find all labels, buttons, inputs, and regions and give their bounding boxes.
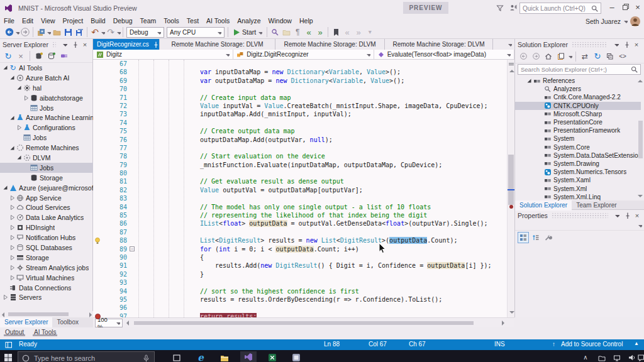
server-tree-item-dlvm[interactable]: DLVM: [0, 153, 93, 163]
collapse-icon[interactable]: [16, 154, 23, 161]
scroll-right-icon[interactable]: [87, 312, 93, 317]
server-explorer-hscrollbar[interactable]: [0, 311, 93, 317]
taskbar-edge-icon[interactable]: e: [192, 351, 209, 362]
menu-window[interactable]: Window: [265, 16, 296, 26]
expand-icon[interactable]: [9, 254, 16, 261]
scrollbar-thumb[interactable]: [638, 121, 643, 158]
tab-back-button[interactable]: «: [341, 26, 353, 38]
start-debug-button[interactable]: Start: [230, 26, 265, 38]
undo-button[interactable]: ↶: [89, 26, 101, 38]
code-line-86[interactable]: 86IList<float> outputData = outputVal.Ge…: [93, 219, 507, 228]
code-line-76[interactable]: 76outputDataMap.Add(outputVar, null);: [93, 136, 507, 144]
collapse-icon[interactable]: [2, 184, 9, 191]
server-tree-item-aibatchstorage[interactable]: aibatchstorage: [0, 93, 93, 103]
code-line-82[interactable]: 82Value outputVal = outputDataMap[output…: [93, 186, 507, 194]
editor-tab-remote-machine-storage-dlvm-3[interactable]: Remote Machine Storage: DLVM: [385, 39, 493, 50]
server-tree-item-app-service[interactable]: App Service: [0, 193, 93, 203]
show-all-files-button[interactable]: [555, 51, 567, 62]
solution-tree-item-system-xaml[interactable]: System.Xaml: [515, 176, 641, 184]
restore-button[interactable]: [619, 0, 633, 14]
code-line-71[interactable]: 71// Create input data map: [93, 94, 507, 102]
pin-white-icon[interactable]: [152, 41, 158, 48]
debug-configuration-select[interactable]: Debug: [126, 27, 164, 38]
code-line-79[interactable]: 79_mnistFunction.Evaluate(inputDataMap, …: [93, 161, 507, 169]
solution-tree-item-presentationframework[interactable]: PresentationFramework: [515, 126, 641, 134]
solution-tree-item-analyzers[interactable]: Analyzers: [515, 85, 641, 93]
pane-tab-team-explorer[interactable]: Team Explorer: [572, 200, 621, 211]
code-line-89[interactable]: 89–for (int i = 0; i < outputData.Count;…: [93, 245, 507, 253]
misc-button[interactable]: ▾: [364, 26, 375, 38]
code-line-87[interactable]: 87: [93, 228, 507, 236]
expand-icon[interactable]: [9, 234, 16, 241]
code-line-74[interactable]: 74: [93, 119, 507, 127]
code-line-72[interactable]: 72Value inputVal = Value.CreateBatch(_mn…: [93, 102, 507, 110]
close-button[interactable]: ×: [631, 0, 644, 14]
server-tree-item-azure-machine-learning[interactable]: Azure Machine Learning: [0, 112, 93, 123]
solution-tree-item-system-drawing[interactable]: System.Drawing: [515, 160, 641, 168]
delete-button[interactable]: ×: [15, 50, 26, 62]
taskbar-task-view-icon[interactable]: [169, 351, 185, 362]
close-icon[interactable]: ×: [631, 40, 641, 49]
code-line-95[interactable]: 95results = results.OrderByDescending(r …: [93, 295, 507, 304]
pane-tab-toolbox[interactable]: Toolbox: [52, 317, 82, 327]
scroll-left-icon[interactable]: [0, 312, 6, 317]
microphone-icon[interactable]: [142, 354, 150, 362]
menu-analyze[interactable]: Analyze: [233, 16, 264, 26]
tray-tray-folder[interactable]: [595, 351, 609, 362]
pane-grip[interactable]: [52, 42, 56, 47]
scroll-up-icon[interactable]: [637, 78, 643, 84]
bookmark-button[interactable]: [330, 26, 341, 38]
server-tree-item-azure-batch-ai[interactable]: Azure Batch AI: [0, 73, 93, 83]
solution-tree-item-system-numerics-tensors[interactable]: System.Numerics.Tensors: [515, 168, 641, 176]
collapse-icon[interactable]: [9, 74, 16, 81]
code-line-70[interactable]: 70: [93, 85, 507, 93]
scrollbar-thumb[interactable]: [8, 312, 69, 316]
property-pages-button[interactable]: [543, 232, 554, 243]
menu-build[interactable]: Build: [87, 16, 109, 26]
code-editor[interactable]: 6768var inputDataMap = new Dictionary<Va…: [93, 60, 507, 317]
solution-tree-item-cntk-cpuonly[interactable]: CNTK.CPUOnly: [515, 102, 641, 110]
solution-tree-item-cntk-core-managed-2-2[interactable]: Cntk.Core.Managed-2.2: [515, 93, 641, 101]
tray-tray-chevron[interactable]: ∧: [579, 351, 592, 362]
solution-tree-item-system[interactable]: System: [515, 134, 641, 143]
expand-icon[interactable]: [9, 244, 16, 251]
home-button[interactable]: [543, 51, 554, 62]
se-forward-button[interactable]: [530, 51, 541, 62]
server-tree-item-servers[interactable]: Servers: [0, 292, 93, 302]
server-tree-item-stream-analytics-jobs[interactable]: Stream Analytics jobs: [0, 263, 93, 273]
menu-view[interactable]: View: [37, 16, 59, 26]
collapse-icon[interactable]: [9, 145, 16, 151]
editor-tab-remote-machine-storage-dlvm[interactable]: Remote Machine Storage: DLVM: [160, 39, 275, 50]
scroll-right-icon[interactable]: [500, 320, 506, 326]
server-tree-item-data-lake-analytics[interactable]: Data Lake Analytics: [0, 212, 93, 222]
server-tree-item-notification-hubs[interactable]: Notification Hubs: [0, 233, 93, 243]
menu-tools[interactable]: Tools: [160, 16, 183, 26]
expand-icon[interactable]: [16, 124, 23, 131]
solution-search-input[interactable]: Search Solution Explorer (Ctrl+;): [518, 64, 641, 75]
editor-tab-remote-machine-storage-dlvm-2[interactable]: Remote Machine Storage: DLVM: [275, 39, 385, 50]
pin-icon[interactable]: [622, 211, 632, 220]
editor-tab-digitrecognizer-cs[interactable]: DigitRecognizer.cs×: [93, 39, 160, 50]
pilcrow-button[interactable]: ¶: [292, 26, 303, 38]
indent-out-button[interactable]: «: [303, 26, 314, 38]
code-line-73[interactable]: 73inputDataMap.Add(_mnistInput, inputVal…: [93, 110, 507, 118]
server-tree-item-hdinsight[interactable]: HDInsight: [0, 222, 93, 233]
expand-icon[interactable]: [23, 94, 30, 101]
taskbar-file-explorer-icon[interactable]: [216, 351, 233, 362]
minimize-button[interactable]: –: [605, 0, 619, 14]
filter-icon[interactable]: [496, 4, 504, 12]
server-tree-item-storage[interactable]: Storage: [0, 173, 93, 183]
code-line-75[interactable]: 75// Create output data map: [93, 127, 507, 135]
menu-edit[interactable]: Edit: [18, 16, 37, 26]
chevron-up-icon[interactable]: ▲: [634, 341, 639, 346]
solution-tree-item-microsoft-csharp[interactable]: Microsoft.CSharp: [515, 110, 641, 118]
solution-tree-item-references[interactable]: References: [515, 77, 641, 85]
code-line-94[interactable]: 94// sort so the highest confidence is f…: [93, 287, 507, 295]
taskbar-visual-studio-icon[interactable]: [240, 351, 257, 362]
collapse-all-button[interactable]: [604, 51, 616, 62]
properties-object-selector[interactable]: [515, 221, 644, 231]
autohide-tab-ai-tools[interactable]: AI Tools: [31, 327, 58, 336]
user-area[interactable]: Seth Juarez: [586, 16, 640, 26]
window-position-icon[interactable]: [611, 40, 621, 49]
collapse-icon[interactable]: [2, 64, 9, 71]
